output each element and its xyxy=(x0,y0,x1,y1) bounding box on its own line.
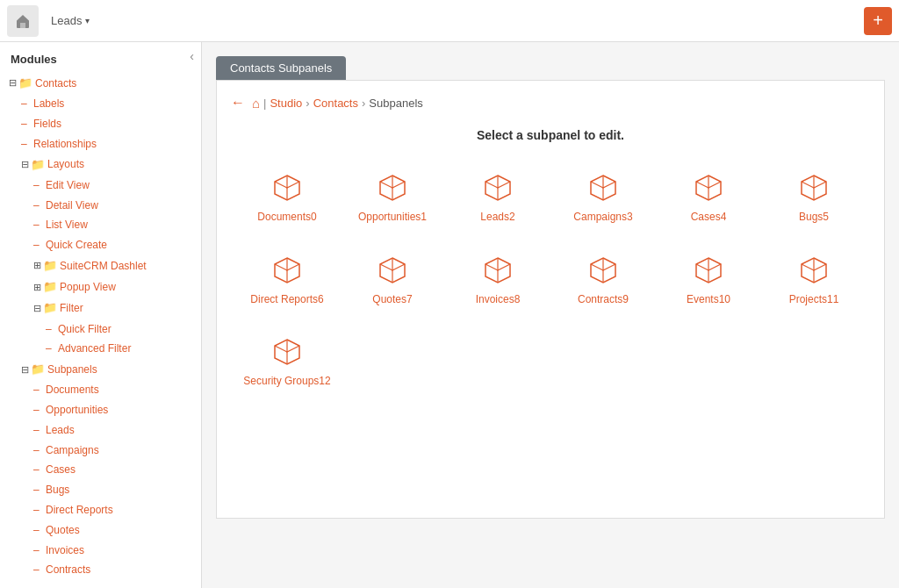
add-button[interactable]: + xyxy=(864,7,892,35)
subpanel-item-11[interactable]: Projects11 xyxy=(765,246,863,314)
subpanel-item-7[interactable]: Quotes7 xyxy=(343,246,442,314)
leaf-spacer: – xyxy=(33,178,46,193)
subpanel-item-9[interactable]: Contracts9 xyxy=(554,246,652,314)
sidebar-item-layouts[interactable]: ⊟📁Layouts xyxy=(0,154,201,176)
subpanel-item-6[interactable]: Direct Reports6 xyxy=(238,246,336,314)
cube-icon xyxy=(270,253,305,288)
subpanel-label: Bugs5 xyxy=(799,211,829,225)
tree-item-label: Filter xyxy=(60,301,83,316)
tree-item-label: Leads xyxy=(46,423,75,438)
main-content: Contacts Subpanels ← ⌂ | Studio › Contac… xyxy=(202,42,899,588)
sidebar-item-invoices[interactable]: –Invoices xyxy=(0,541,201,561)
cube-icon xyxy=(270,334,305,369)
subpanel-label: Opportunities1 xyxy=(358,211,427,225)
folder-icon: 📁 xyxy=(31,157,45,173)
cube-icon xyxy=(480,170,515,205)
cube-icon xyxy=(691,253,726,288)
sidebar-item-popup-view[interactable]: ⊞📁Popup View xyxy=(0,276,201,298)
leaf-spacer: – xyxy=(33,443,46,458)
subpanel-label: Documents0 xyxy=(257,211,316,225)
collapse-button[interactable]: ‹ xyxy=(190,49,194,63)
leaf-spacer: – xyxy=(46,341,58,356)
subpanel-item-1[interactable]: Opportunities1 xyxy=(343,163,442,232)
breadcrumb-current: Subpanels xyxy=(369,97,422,110)
tree-item-label: Direct Reports xyxy=(46,503,113,518)
leaf-spacer: – xyxy=(33,563,46,577)
svg-rect-0 xyxy=(20,23,25,28)
subpanel-item-3[interactable]: Campaigns3 xyxy=(554,163,652,232)
leaf-spacer: – xyxy=(33,403,46,418)
folder-toggle[interactable]: ⊞ xyxy=(33,281,41,294)
subpanel-item-10[interactable]: Events10 xyxy=(659,246,758,314)
sidebar-title: Modules xyxy=(0,42,201,73)
subpanel-label: Quotes7 xyxy=(372,293,412,307)
sidebar-item-quick-create[interactable]: –Quick Create xyxy=(0,235,201,255)
sidebar-item-detail-view[interactable]: –Detail View xyxy=(0,196,201,216)
leaf-spacer: – xyxy=(33,423,46,438)
sidebar-item-quick-filter[interactable]: –Quick Filter xyxy=(0,319,201,340)
tree-item-label: Edit View xyxy=(46,178,90,193)
sidebar-item-campaigns[interactable]: –Campaigns xyxy=(0,441,201,461)
home-breadcrumb-icon[interactable]: ⌂ xyxy=(252,96,260,111)
cube-icon xyxy=(691,170,726,205)
leaf-spacer: – xyxy=(33,238,46,253)
cube-icon xyxy=(796,170,831,205)
folder-icon: 📁 xyxy=(43,258,57,274)
folder-icon: 📁 xyxy=(43,279,57,295)
cube-icon xyxy=(480,253,515,288)
cube-icon xyxy=(270,170,305,205)
subpanel-item-5[interactable]: Bugs5 xyxy=(765,163,863,232)
tree-item-label: Cases xyxy=(46,463,76,477)
breadcrumb-contacts[interactable]: Contacts xyxy=(313,97,358,110)
sidebar-item-bugs[interactable]: –Bugs xyxy=(0,480,201,500)
leaf-spacer: – xyxy=(21,117,33,132)
back-button[interactable]: ← xyxy=(231,95,245,111)
sidebar-item-quotes[interactable]: –Quotes xyxy=(0,520,201,541)
sidebar-item-documents[interactable]: –Documents xyxy=(0,380,201,400)
breadcrumb: ← ⌂ | Studio › Contacts › Subpanels xyxy=(231,95,870,111)
folder-icon: 📁 xyxy=(18,75,32,91)
top-nav: Administration▾Accounts▾Contacts▾Opportu… xyxy=(0,0,899,42)
breadcrumb-studio[interactable]: Studio xyxy=(270,97,302,110)
folder-toggle[interactable]: ⊟ xyxy=(9,76,17,90)
sidebar-item-edit-view[interactable]: –Edit View xyxy=(0,176,201,196)
content-tab[interactable]: Contacts Subpanels xyxy=(216,56,346,80)
nav-item-leads[interactable]: Leads▾ xyxy=(42,0,148,42)
leaf-spacer: – xyxy=(33,218,46,233)
sidebar-item-list-view[interactable]: –List View xyxy=(0,215,201,235)
subpanel-item-4[interactable]: Cases4 xyxy=(659,163,758,232)
sidebar-item-subpanels[interactable]: ⊟📁Subpanels xyxy=(0,359,201,380)
sidebar-item-fields[interactable]: –Fields xyxy=(0,114,201,134)
sidebar-item-advanced-filter[interactable]: –Advanced Filter xyxy=(0,339,201,359)
subpanel-item-2[interactable]: Leads2 xyxy=(449,163,547,232)
folder-toggle[interactable]: ⊟ xyxy=(21,158,29,171)
select-label: Select a subpanel to edit. xyxy=(231,128,870,142)
subpanel-item-0[interactable]: Documents0 xyxy=(238,163,336,232)
sidebar-item-suitecrm-dashlet[interactable]: ⊞📁SuiteCRM Dashlet xyxy=(0,255,201,276)
sidebar-item-filter[interactable]: ⊟📁Filter xyxy=(0,298,201,319)
subpanel-item-12[interactable]: Security Groups12 xyxy=(238,327,336,396)
subpanel-label: Security Groups12 xyxy=(243,375,330,389)
subpanel-label: Projects11 xyxy=(789,293,839,307)
sidebar-item-leads[interactable]: –Leads xyxy=(0,420,201,441)
sidebar-item-opportunities[interactable]: –Opportunities xyxy=(0,400,201,420)
tree-item-label: List View xyxy=(46,218,88,233)
tree-item-label: SuiteCRM Dashlet xyxy=(60,259,147,274)
home-button[interactable] xyxy=(7,5,39,37)
folder-toggle[interactable]: ⊟ xyxy=(33,302,41,315)
sidebar-item-relationships[interactable]: –Relationships xyxy=(0,134,201,154)
breadcrumb-sep1: | xyxy=(263,97,266,110)
subpanel-item-8[interactable]: Invoices8 xyxy=(449,246,547,314)
sidebar-item-labels[interactable]: –Labels xyxy=(0,94,201,114)
folder-toggle[interactable]: ⊟ xyxy=(21,363,29,376)
sidebar-item-direct-reports[interactable]: –Direct Reports xyxy=(0,500,201,520)
sidebar-item-contacts[interactable]: ⊟📁Contacts xyxy=(0,73,201,94)
subpanel-label: Campaigns3 xyxy=(573,211,632,225)
sidebar-item-cases[interactable]: –Cases xyxy=(0,460,201,480)
tree-item-label: Contacts xyxy=(35,76,76,91)
tree-item-label: Quick Filter xyxy=(58,322,111,337)
sidebar-item-contracts[interactable]: –Contracts xyxy=(0,560,201,580)
leaf-spacer: – xyxy=(33,198,46,213)
leaf-spacer: – xyxy=(33,523,46,538)
folder-toggle[interactable]: ⊞ xyxy=(33,259,41,272)
